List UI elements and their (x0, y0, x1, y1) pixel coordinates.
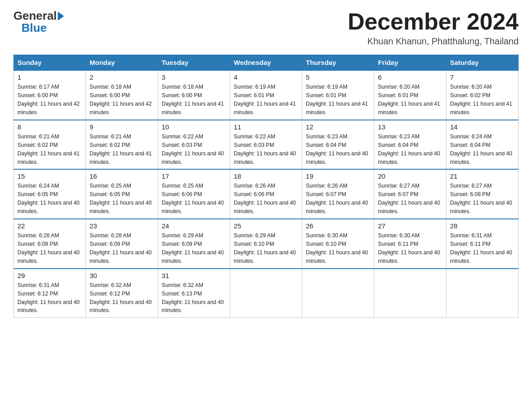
day-info: Sunrise: 6:18 AMSunset: 6:00 PMDaylight:… (162, 83, 226, 117)
calendar-cell: 29Sunrise: 6:31 AMSunset: 6:12 PMDayligh… (14, 269, 86, 318)
calendar-cell: 18Sunrise: 6:26 AMSunset: 6:06 PMDayligh… (230, 169, 302, 219)
calendar-cell: 8Sunrise: 6:21 AMSunset: 6:02 PMDaylight… (14, 120, 86, 170)
calendar-cell: 30Sunrise: 6:32 AMSunset: 6:12 PMDayligh… (86, 269, 158, 318)
logo: General Blue (13, 9, 64, 35)
calendar-cell: 24Sunrise: 6:29 AMSunset: 6:09 PMDayligh… (158, 219, 230, 269)
calendar-cell: 25Sunrise: 6:29 AMSunset: 6:10 PMDayligh… (230, 219, 302, 269)
day-info: Sunrise: 6:28 AMSunset: 6:08 PMDaylight:… (17, 231, 82, 265)
calendar-cell: 2Sunrise: 6:18 AMSunset: 6:00 PMDaylight… (86, 70, 158, 120)
day-number: 12 (306, 123, 370, 131)
month-title: December 2024 (348, 9, 519, 34)
calendar-cell: 20Sunrise: 6:27 AMSunset: 6:07 PMDayligh… (374, 169, 446, 219)
day-number: 15 (17, 172, 82, 180)
logo-flag-icon (58, 12, 64, 21)
day-number: 9 (90, 123, 154, 131)
calendar-cell: 4Sunrise: 6:19 AMSunset: 6:01 PMDaylight… (230, 70, 302, 120)
day-info: Sunrise: 6:24 AMSunset: 6:04 PMDaylight:… (450, 133, 515, 167)
logo-blue-text: Blue (21, 21, 47, 35)
day-number: 2 (90, 73, 154, 81)
day-info: Sunrise: 6:20 AMSunset: 6:01 PMDaylight:… (378, 83, 442, 117)
day-info: Sunrise: 6:32 AMSunset: 6:12 PMDaylight:… (90, 281, 154, 315)
calendar-cell (446, 269, 519, 318)
day-info: Sunrise: 6:27 AMSunset: 6:07 PMDaylight:… (378, 182, 442, 216)
day-number: 13 (378, 123, 442, 131)
day-info: Sunrise: 6:22 AMSunset: 6:03 PMDaylight:… (234, 133, 298, 167)
day-info: Sunrise: 6:31 AMSunset: 6:12 PMDaylight:… (17, 281, 82, 315)
calendar-cell: 26Sunrise: 6:30 AMSunset: 6:10 PMDayligh… (302, 219, 374, 269)
calendar-week-row: 29Sunrise: 6:31 AMSunset: 6:12 PMDayligh… (14, 269, 519, 318)
calendar-header-row: SundayMondayTuesdayWednesdayThursdayFrid… (14, 55, 519, 71)
day-info: Sunrise: 6:28 AMSunset: 6:09 PMDaylight:… (90, 231, 154, 265)
day-number: 27 (378, 222, 442, 230)
calendar-cell: 31Sunrise: 6:32 AMSunset: 6:13 PMDayligh… (158, 269, 230, 318)
calendar-header-friday: Friday (374, 55, 446, 71)
calendar-cell: 13Sunrise: 6:23 AMSunset: 6:04 PMDayligh… (374, 120, 446, 170)
day-number: 14 (450, 123, 515, 131)
day-number: 22 (17, 222, 82, 230)
calendar-header-monday: Monday (86, 55, 158, 71)
day-number: 16 (90, 172, 154, 180)
day-number: 17 (162, 172, 226, 180)
day-info: Sunrise: 6:21 AMSunset: 6:02 PMDaylight:… (17, 133, 82, 167)
day-number: 21 (450, 172, 515, 180)
calendar-cell: 7Sunrise: 6:20 AMSunset: 6:02 PMDaylight… (446, 70, 519, 120)
day-info: Sunrise: 6:30 AMSunset: 6:11 PMDaylight:… (378, 231, 442, 265)
calendar-cell: 5Sunrise: 6:19 AMSunset: 6:01 PMDaylight… (302, 70, 374, 120)
day-info: Sunrise: 6:25 AMSunset: 6:05 PMDaylight:… (90, 182, 154, 216)
day-info: Sunrise: 6:30 AMSunset: 6:10 PMDaylight:… (306, 231, 370, 265)
day-number: 30 (90, 272, 154, 279)
day-info: Sunrise: 6:31 AMSunset: 6:11 PMDaylight:… (450, 231, 515, 265)
day-info: Sunrise: 6:18 AMSunset: 6:00 PMDaylight:… (90, 83, 154, 117)
day-number: 19 (306, 172, 370, 180)
calendar-header-saturday: Saturday (446, 55, 519, 71)
day-info: Sunrise: 6:32 AMSunset: 6:13 PMDaylight:… (162, 281, 226, 315)
day-number: 18 (234, 172, 298, 180)
calendar-cell: 17Sunrise: 6:25 AMSunset: 6:06 PMDayligh… (158, 169, 230, 219)
day-info: Sunrise: 6:26 AMSunset: 6:07 PMDaylight:… (306, 182, 370, 216)
day-info: Sunrise: 6:22 AMSunset: 6:03 PMDaylight:… (162, 133, 226, 167)
day-number: 24 (162, 222, 226, 230)
day-info: Sunrise: 6:19 AMSunset: 6:01 PMDaylight:… (234, 83, 298, 117)
calendar-header-tuesday: Tuesday (158, 55, 230, 71)
calendar-header-sunday: Sunday (14, 55, 86, 71)
calendar-week-row: 22Sunrise: 6:28 AMSunset: 6:08 PMDayligh… (14, 219, 519, 269)
calendar-week-row: 15Sunrise: 6:24 AMSunset: 6:05 PMDayligh… (14, 169, 519, 219)
day-info: Sunrise: 6:21 AMSunset: 6:02 PMDaylight:… (90, 133, 154, 167)
calendar-cell: 3Sunrise: 6:18 AMSunset: 6:00 PMDaylight… (158, 70, 230, 120)
day-info: Sunrise: 6:25 AMSunset: 6:06 PMDaylight:… (162, 182, 226, 216)
calendar-cell: 1Sunrise: 6:17 AMSunset: 6:00 PMDaylight… (14, 70, 86, 120)
day-number: 3 (162, 73, 226, 81)
calendar-header-wednesday: Wednesday (230, 55, 302, 71)
calendar-cell (230, 269, 302, 318)
day-number: 31 (162, 272, 226, 279)
day-info: Sunrise: 6:23 AMSunset: 6:04 PMDaylight:… (378, 133, 442, 167)
day-number: 20 (378, 172, 442, 180)
calendar-cell: 10Sunrise: 6:22 AMSunset: 6:03 PMDayligh… (158, 120, 230, 170)
calendar-cell: 16Sunrise: 6:25 AMSunset: 6:05 PMDayligh… (86, 169, 158, 219)
calendar-cell: 23Sunrise: 6:28 AMSunset: 6:09 PMDayligh… (86, 219, 158, 269)
calendar-table: SundayMondayTuesdayWednesdayThursdayFrid… (13, 55, 519, 318)
day-info: Sunrise: 6:23 AMSunset: 6:04 PMDaylight:… (306, 133, 370, 167)
day-info: Sunrise: 6:26 AMSunset: 6:06 PMDaylight:… (234, 182, 298, 216)
day-number: 7 (450, 73, 515, 81)
day-info: Sunrise: 6:24 AMSunset: 6:05 PMDaylight:… (17, 182, 82, 216)
calendar-cell (374, 269, 446, 318)
calendar-cell: 14Sunrise: 6:24 AMSunset: 6:04 PMDayligh… (446, 120, 519, 170)
page-header: General Blue December 2024 Khuan Khanun,… (13, 9, 519, 47)
calendar-cell: 27Sunrise: 6:30 AMSunset: 6:11 PMDayligh… (374, 219, 446, 269)
day-info: Sunrise: 6:29 AMSunset: 6:09 PMDaylight:… (162, 231, 226, 265)
day-number: 6 (378, 73, 442, 81)
day-number: 8 (17, 123, 82, 131)
calendar-cell: 6Sunrise: 6:20 AMSunset: 6:01 PMDaylight… (374, 70, 446, 120)
day-info: Sunrise: 6:27 AMSunset: 6:08 PMDaylight:… (450, 182, 515, 216)
calendar-week-row: 1Sunrise: 6:17 AMSunset: 6:00 PMDaylight… (14, 70, 519, 120)
day-number: 11 (234, 123, 298, 131)
calendar-cell: 28Sunrise: 6:31 AMSunset: 6:11 PMDayligh… (446, 219, 519, 269)
calendar-cell: 21Sunrise: 6:27 AMSunset: 6:08 PMDayligh… (446, 169, 519, 219)
calendar-cell: 12Sunrise: 6:23 AMSunset: 6:04 PMDayligh… (302, 120, 374, 170)
calendar-cell: 19Sunrise: 6:26 AMSunset: 6:07 PMDayligh… (302, 169, 374, 219)
day-number: 28 (450, 222, 515, 230)
day-info: Sunrise: 6:19 AMSunset: 6:01 PMDaylight:… (306, 83, 370, 117)
title-section: December 2024 Khuan Khanun, Phatthalung,… (348, 9, 519, 47)
day-info: Sunrise: 6:29 AMSunset: 6:10 PMDaylight:… (234, 231, 298, 265)
